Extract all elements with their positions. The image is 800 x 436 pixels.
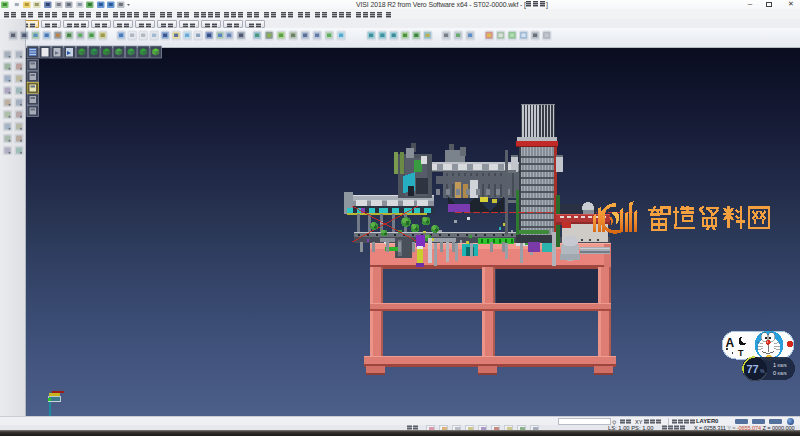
svg-text:1 KB/S: 1 KB/S — [773, 362, 787, 368]
svg-text:%: % — [760, 368, 765, 374]
svg-text:77: 77 — [747, 363, 759, 375]
svg-text:A: A — [726, 336, 735, 350]
svg-text:0 KB/S: 0 KB/S — [773, 370, 787, 376]
svg-text:T: T — [738, 348, 744, 358]
